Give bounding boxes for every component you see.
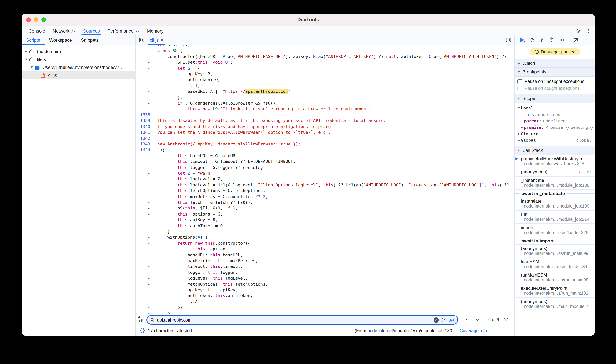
line-gutter[interactable]: - [136, 59, 154, 65]
tree-item-file-[interactable]: ▼file:// [22, 55, 135, 63]
call-stack-frame[interactable]: _instantiatenode:internal/m…module_job:1… [515, 177, 595, 190]
resume-script-icon[interactable] [519, 37, 525, 43]
call-stack-frame[interactable]: runMainESMnode:internal/m…es/run_main:98 [515, 271, 595, 285]
line-gutter[interactable]: - [136, 206, 154, 211]
chevron-down-icon[interactable]: ▼ [24, 58, 28, 61]
line-gutter[interactable]: - [136, 77, 154, 83]
call-stack-frame[interactable]: executeUserEntryPointnode:internal/m…s/r… [515, 285, 595, 298]
line-gutter[interactable]: - [136, 159, 154, 165]
line-gutter[interactable]: - [136, 211, 154, 217]
line-gutter[interactable] [136, 45, 154, 48]
tab-memory[interactable]: Memory [143, 26, 168, 36]
navigator-more-kebab-icon[interactable]: ⋮ [127, 35, 132, 45]
line-gutter[interactable]: - [136, 71, 154, 77]
line-gutter[interactable]: 1344 [136, 147, 154, 153]
line-gutter[interactable]: - [136, 165, 154, 170]
previous-match-chevron-icon[interactable] [465, 314, 470, 325]
line-gutter[interactable]: - [136, 293, 154, 299]
line-gutter[interactable]: - [136, 264, 154, 270]
section-breakpoints[interactable]: ▼ Breakpoints [515, 68, 595, 77]
replace-toggle-icon[interactable]: A ↳B [138, 315, 145, 324]
line-gutter[interactable]: - [136, 229, 154, 235]
line-gutter[interactable]: - [136, 89, 154, 95]
scope-section-global[interactable]: ▶Globalglobal [515, 137, 595, 143]
step-over-icon[interactable] [529, 37, 535, 43]
chevron-down-icon[interactable]: ▼ [29, 65, 34, 69]
step-icon[interactable] [559, 37, 564, 43]
tab-network[interactable]: Network [49, 26, 79, 36]
tab-performance[interactable]: Performance [104, 26, 143, 36]
call-stack-frame[interactable]: loadESMnode:internal/p…/esm_loader:34 [515, 258, 595, 271]
line-gutter[interactable]: - [136, 94, 154, 100]
collapse-navigator-icon[interactable] [139, 37, 144, 43]
line-gutter[interactable]: - [136, 194, 154, 200]
line-gutter[interactable]: - [136, 275, 154, 281]
pretty-print-icon[interactable]: {} [140, 328, 145, 333]
more-options-kebab-icon[interactable]: ⋮ [586, 28, 591, 34]
coverage-link[interactable]: Coverage: n/a [460, 328, 487, 333]
scope-var-this[interactable]: this: undefined [515, 111, 595, 118]
line-gutter[interactable]: - [136, 54, 154, 60]
tree-item--no-domain-[interactable]: ▶(no domain) [22, 47, 135, 55]
search-input[interactable]: api.anthropic.com ✕ (.*) Aa [146, 315, 458, 325]
tab-console[interactable]: Console [25, 26, 49, 36]
call-stack-frame[interactable]: instantiatenode:internal/m…module_job:10… [515, 197, 595, 211]
from-link[interactable]: node:internal/modules/esm/module_job:130 [367, 328, 452, 333]
line-gutter[interactable]: - [136, 235, 154, 241]
line-gutter[interactable]: - [136, 83, 154, 89]
line-gutter[interactable]: - [136, 182, 154, 188]
line-gutter[interactable]: - [136, 252, 154, 258]
scope-section-closure[interactable]: ▶Closure [515, 131, 595, 137]
chevron-right-icon[interactable]: ▶ [520, 126, 524, 129]
settings-gear-icon[interactable] [576, 28, 581, 34]
line-gutter[interactable]: 1343 [136, 141, 154, 147]
breakpoint-option[interactable]: Pause on caught exceptions [515, 85, 595, 92]
chevron-right-icon[interactable]: ▶ [517, 132, 521, 136]
line-gutter[interactable]: - [136, 310, 154, 314]
line-gutter[interactable]: - [136, 106, 154, 112]
next-match-chevron-icon[interactable] [475, 314, 479, 325]
tree-item-cli-js[interactable]: cli.js [22, 71, 147, 79]
navigator-tab-snippets[interactable]: Snippets [76, 35, 103, 45]
line-gutter[interactable]: - [136, 223, 154, 229]
line-gutter[interactable]: - [136, 170, 154, 176]
call-stack-frame[interactable]: (anonymous)cli.js:1 [515, 168, 595, 177]
line-gutter[interactable]: - [136, 200, 154, 206]
line-gutter[interactable]: 1340 [136, 124, 154, 130]
code-viewport[interactable]: var Xs0, $F1;-class $8 {- constructor({b… [136, 45, 514, 314]
line-gutter[interactable]: - [136, 217, 154, 223]
call-stack-frame[interactable]: ▶promiseInitHookWithDestroyTr…node:inter… [515, 155, 595, 168]
checkbox[interactable] [517, 79, 522, 84]
line-gutter[interactable]: 1338 [136, 112, 154, 118]
line-gutter[interactable]: 1342 [136, 135, 154, 141]
line-gutter[interactable]: - [136, 153, 154, 159]
line-gutter[interactable]: - [136, 65, 154, 71]
line-gutter[interactable]: - [136, 258, 154, 264]
tab-sources[interactable]: Sources [79, 26, 104, 36]
line-gutter[interactable]: - [136, 100, 154, 106]
chevron-right-icon[interactable]: ▶ [24, 50, 28, 53]
navigator-tab-workspace[interactable]: Workspace [44, 35, 76, 45]
line-gutter[interactable]: - [136, 305, 154, 311]
close-tab-icon[interactable]: × [161, 38, 164, 42]
section-watch[interactable]: ▶ Watch [515, 59, 595, 68]
line-gutter[interactable]: - [136, 176, 154, 182]
call-stack-frame[interactable]: importnode:internal/m…esm/loader:329 [515, 224, 595, 237]
call-stack-frame[interactable]: (anonymous)node:internal/m…es/run_main:9… [515, 245, 595, 258]
line-gutter[interactable]: 1339 [136, 118, 154, 124]
scope-section-local[interactable]: ▼Local [515, 105, 595, 111]
line-gutter[interactable]: - [136, 246, 154, 252]
line-gutter[interactable]: 1341 [136, 130, 154, 135]
scope-var-promise[interactable]: ▶promise: Promise {<pending>} [515, 124, 595, 131]
deactivate-breakpoints-icon[interactable] [573, 37, 579, 43]
step-out-icon[interactable] [549, 37, 555, 43]
line-gutter[interactable]: - [136, 241, 154, 247]
line-gutter[interactable]: - [136, 188, 154, 194]
section-call-stack[interactable]: ▼ Call Stack [515, 146, 595, 155]
line-gutter[interactable]: - [136, 48, 154, 54]
collapse-debugger-icon[interactable] [506, 35, 511, 45]
close-search-icon[interactable] [504, 314, 508, 325]
tree-item-users-jinhuilee-nvm-versions-node-v2-[interactable]: ▼Users/jinhuilee/.nvm/versions/node/v2… [22, 63, 135, 71]
call-stack-frame[interactable]: runnode:internal/m…module_job:214 [515, 211, 595, 224]
section-scope[interactable]: ▼ Scope [515, 94, 595, 103]
